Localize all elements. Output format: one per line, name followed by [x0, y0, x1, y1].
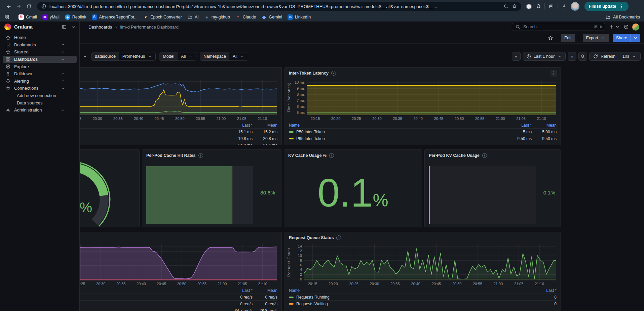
svg-text:20:50: 20:50 [177, 282, 186, 286]
all-bookmarks-label: All Bookmarks [613, 15, 640, 19]
breadcrumb-separator: › [115, 25, 117, 30]
time-shift-back-button[interactable]: « [512, 52, 521, 61]
panel-title[interactable]: KV Cache Usage % [288, 153, 327, 158]
site-info-icon[interactable] [41, 4, 46, 9]
bookmark-item[interactable]: AI [187, 14, 199, 20]
legend-row[interactable]: Requests Running8 [289, 294, 557, 301]
svg-text:20:45: 20:45 [434, 117, 444, 121]
close-menu-icon[interactable]: × [72, 24, 75, 30]
sidebar-item-alerting[interactable]: Alerting [3, 78, 77, 85]
bookmark-item[interactable]: ◆Gemini [261, 14, 282, 20]
legend-row[interactable]: Requests Waiting0 [289, 301, 557, 307]
extensions-puzzle-icon[interactable] [535, 4, 541, 9]
bookmark-label: AbsenceReportFor... [99, 15, 138, 19]
itl-legend: NameLast *MeanP50 Inter-Token5 ms5.00 ms… [285, 121, 561, 142]
reload-icon[interactable] [24, 2, 34, 11]
variable-value-dropdown[interactable]: All [178, 52, 196, 60]
legend-row[interactable]: P50 Inter-Token5 ms5.00 ms [289, 129, 557, 135]
user-avatar[interactable] [632, 24, 639, 31]
svg-text:21:00: 21:00 [217, 117, 226, 121]
variable-datasource[interactable]: datasourcePrometheus [91, 52, 156, 61]
refresh-interval-picker[interactable]: 10s [619, 52, 640, 60]
forward-icon[interactable] [14, 2, 24, 11]
sidebar-item-drilldown[interactable]: Drilldown [3, 70, 77, 78]
sidebar-item-add-new-connection[interactable]: Add new connection [3, 92, 77, 99]
svg-text:20:35: 20:35 [116, 282, 126, 286]
panel-menu-icon[interactable] [551, 70, 557, 77]
all-bookmarks-button[interactable]: All Bookmarks [605, 14, 640, 20]
svg-text:20:30: 20:30 [93, 117, 102, 121]
itl-chart[interactable]: 5 ms6 ms7 ms8 ms9 ms10 ms20:1520:2020:25… [287, 78, 559, 121]
edit-button[interactable]: Edit [561, 34, 575, 42]
help-icon[interactable] [623, 24, 629, 30]
sidebar-item-data-sources[interactable]: Data sources [3, 99, 77, 106]
legend-row[interactable]: P95 Inter-Token9.50 ms9.50 ms [289, 135, 557, 142]
bookmark-label: yMail [50, 15, 60, 19]
dock-menu-icon[interactable] [62, 24, 67, 30]
url-text[interactable]: localhost:3000/d/llm-d-performance/llm-d… [49, 4, 500, 9]
series-color-swatch [289, 297, 294, 298]
queue-chart[interactable]: 0246810121420:1520:2020:2520:3020:3520:4… [287, 242, 559, 286]
sidebar-item-label: Dashboards [14, 57, 38, 62]
bookmark-item[interactable]: *Claude [235, 14, 256, 20]
panel-title[interactable]: Inter-Token Latency [289, 71, 329, 76]
bookmark-item[interactable]: SAbsenceReportFor... [92, 14, 138, 20]
svg-text:20:30: 20:30 [372, 117, 382, 121]
search-placeholder: Search... [523, 25, 540, 29]
share-dropdown-icon[interactable] [631, 35, 640, 41]
apps-grid-icon[interactable] [4, 14, 9, 20]
downloads-icon[interactable] [562, 4, 567, 9]
export-button[interactable]: Export [583, 34, 609, 42]
browser-profile-avatar[interactable] [571, 2, 579, 11]
breadcrumb-dashboards[interactable]: Dashboards [88, 25, 112, 30]
bookmark-item[interactable]: ✉yMail [42, 14, 60, 20]
zoom-out-icon[interactable] [578, 52, 587, 61]
search-input[interactable]: Search... ⌘+k [512, 23, 605, 31]
chevron-down-icon [61, 50, 65, 54]
bookmark-item[interactable]: ∨Epoch Converter [143, 14, 182, 20]
sidebar-item-connections[interactable]: Connections [3, 85, 77, 92]
favorite-star-icon[interactable] [548, 35, 553, 41]
variable-namespace[interactable]: NamespaceAll [200, 52, 248, 61]
gear-icon [5, 107, 11, 113]
address-bar[interactable]: localhost:3000/d/llm-d-performance/llm-d… [37, 2, 521, 11]
add-new-button[interactable] [609, 24, 620, 30]
sidebar-item-dashboards[interactable]: Dashboards [3, 56, 77, 63]
bookmark-item[interactable]: ●Reolink [65, 14, 86, 20]
sidebar-item-explore[interactable]: Explore [3, 63, 77, 70]
bookmark-item[interactable]: inLinkedIn [288, 14, 311, 20]
collapse-controls-icon[interactable] [82, 54, 88, 59]
bookmark-label: Epoch Converter [150, 15, 182, 19]
panel-title[interactable]: Per-Pod Cache Hit Rates [146, 153, 196, 158]
chevron-down-icon [61, 79, 65, 83]
extension-icon[interactable] [526, 4, 532, 9]
svg-text:7 ms: 7 ms [297, 98, 305, 102]
svg-text:6 ms: 6 ms [297, 104, 305, 108]
variable-value-dropdown[interactable]: All [229, 52, 248, 60]
finish-update-button[interactable]: Finish update [584, 2, 629, 11]
time-range-picker[interactable]: Last 1 hour [523, 52, 566, 61]
variable-value-dropdown[interactable]: Prometheus [119, 52, 155, 60]
back-icon[interactable] [4, 2, 13, 11]
svg-text:21:10: 21:10 [258, 117, 267, 121]
svg-text:21:10: 21:10 [535, 282, 544, 286]
sidebar-item-administration[interactable]: Administration [3, 106, 77, 114]
bookmark-item[interactable]: ●my-github [204, 14, 230, 20]
bookmark-item[interactable]: MGmail [18, 14, 37, 20]
panel-title[interactable]: Request Queue Status [289, 235, 334, 240]
sidebar-item-starred[interactable]: Starred [3, 48, 77, 56]
find-in-page-icon[interactable] [503, 4, 509, 9]
panel-title[interactable]: Per-Pod KV Cache Usage [429, 153, 480, 158]
sidebar-item-bookmarks[interactable]: Bookmarks [3, 41, 77, 49]
panel-per-pod-kv-cache-usage: Per-Pod KV Cache Usagei 0.1% [424, 149, 561, 227]
svg-text:4: 4 [300, 268, 302, 272]
sidebar-item-home[interactable]: Home [3, 34, 77, 41]
reading-list-icon[interactable] [548, 4, 554, 9]
bookmark-star-icon[interactable] [512, 4, 517, 9]
svg-text:20:25: 20:25 [349, 282, 358, 286]
variable-model[interactable]: ModelAll [159, 52, 196, 61]
share-button[interactable]: Share [613, 34, 640, 42]
divider [558, 3, 558, 9]
time-shift-forward-button[interactable]: » [568, 52, 576, 61]
refresh-button[interactable]: Refresh [590, 52, 619, 60]
